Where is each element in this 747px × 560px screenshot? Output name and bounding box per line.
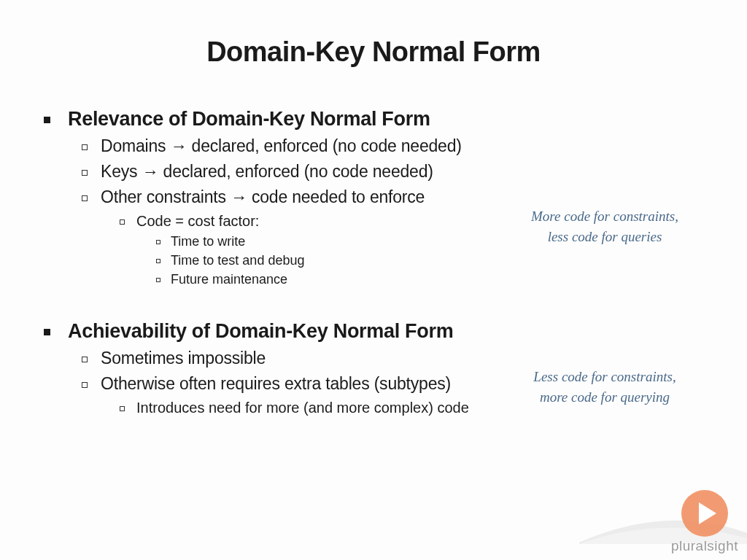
list-item: Domains → declared, enforced (no code ne… [82, 136, 703, 156]
square-outline-icon [156, 240, 160, 244]
text-span: Domains [101, 136, 171, 155]
square-outline-icon [156, 278, 160, 282]
list-item: Future maintenance [156, 272, 703, 287]
list-item: Sometimes impossible [82, 349, 703, 368]
square-outline-icon [82, 382, 88, 388]
text-span: declared, enforced (no code needed) [158, 162, 433, 181]
square-bullet-icon [44, 117, 50, 123]
item-text: Sometimes impossible [101, 349, 266, 368]
square-bullet-icon [44, 329, 50, 335]
play-icon [681, 490, 728, 537]
slide-content: Relevance of Domain-Key Normal Form Doma… [44, 108, 703, 416]
arrow-icon: → [231, 187, 247, 207]
item-text: Introduces need for more (and more compl… [136, 400, 469, 416]
annotation-line: more code for querying [540, 389, 670, 405]
square-outline-icon [82, 144, 88, 150]
square-outline-icon [120, 406, 125, 411]
text-span: Other constraints [101, 187, 231, 206]
brand-text: pluralsight [671, 538, 738, 554]
text-span: code needed to enforce [247, 187, 425, 206]
bullet-achievability: Achievability of Domain-Key Normal Form [44, 320, 703, 343]
slide: Domain-Key Normal Form Relevance of Doma… [0, 0, 747, 416]
annotation-line: More code for constraints, [531, 209, 678, 224]
square-outline-icon [120, 219, 125, 225]
square-outline-icon [82, 170, 88, 176]
item-text: Future maintenance [171, 272, 287, 287]
heading-text: Relevance of Domain-Key Normal Form [68, 108, 430, 131]
list-item: Keys → declared, enforced (no code neede… [82, 162, 703, 182]
annotation-less-code: Less code for constraints, more code for… [488, 367, 721, 407]
item-text: Otherwise often requires extra tables (s… [101, 374, 451, 394]
list-item: Time to test and debug [156, 253, 703, 268]
annotation-more-code: More code for constraints, less code for… [488, 206, 721, 246]
annotation-line: Less code for constraints, [533, 369, 676, 384]
item-text: Keys → declared, enforced (no code neede… [101, 162, 433, 182]
square-outline-icon [156, 259, 160, 263]
square-outline-icon [82, 195, 88, 201]
square-outline-icon [82, 357, 88, 362]
heading-text: Achievability of Domain-Key Normal Form [68, 320, 453, 343]
annotation-line: less code for queries [548, 229, 662, 244]
list-item: Other constraints → code needed to enfor… [82, 187, 703, 207]
slide-title: Domain-Key Normal Form [44, 36, 703, 68]
arrow-icon: → [171, 136, 187, 156]
item-text: Time to write [171, 234, 245, 249]
text-span: Keys [101, 162, 142, 181]
brand-logo: pluralsight [671, 490, 738, 554]
item-text: Code = cost factor: [136, 213, 259, 230]
text-span: declared, enforced (no code needed) [187, 136, 461, 155]
bullet-relevance: Relevance of Domain-Key Normal Form [44, 108, 703, 131]
arrow-icon: → [142, 162, 159, 182]
item-text: Time to test and debug [171, 253, 304, 268]
item-text: Domains → declared, enforced (no code ne… [101, 136, 462, 156]
item-text: Other constraints → code needed to enfor… [101, 187, 425, 207]
